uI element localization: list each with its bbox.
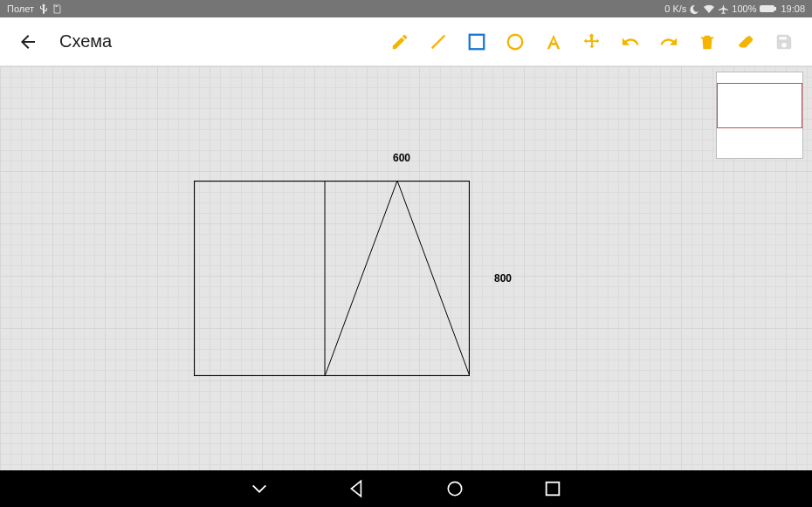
line-icon — [429, 32, 448, 51]
network-label: Полет — [7, 3, 34, 14]
rectangle-tool[interactable] — [459, 24, 494, 59]
svg-rect-8 — [547, 483, 560, 496]
delete-button[interactable] — [690, 24, 725, 59]
clock: 19:08 — [781, 3, 805, 14]
svg-rect-5 — [195, 182, 470, 376]
nav-menu-caret[interactable] — [250, 479, 269, 498]
airplane-icon — [719, 4, 728, 14]
moon-icon — [690, 4, 699, 14]
app-toolbar: Схема — [0, 17, 812, 66]
back-button[interactable] — [10, 24, 45, 59]
page-title: Схема — [59, 31, 379, 51]
dimension-width: 600 — [393, 152, 410, 164]
arrow-back-icon — [17, 31, 38, 52]
save-icon — [774, 32, 794, 51]
pencil-icon — [390, 32, 409, 51]
canvas[interactable]: 600 800 — [0, 66, 812, 470]
rectangle-icon — [467, 32, 486, 51]
svg-point-7 — [448, 482, 461, 495]
eraser-tool[interactable] — [728, 24, 763, 59]
nav-home[interactable] — [445, 479, 464, 498]
svg-rect-0 — [760, 5, 774, 12]
move-tool[interactable] — [575, 24, 609, 59]
circle-tool[interactable] — [498, 24, 533, 59]
trash-icon — [698, 32, 717, 51]
android-status-bar: Полет 0 K/s 100% 19:08 — [0, 0, 812, 17]
save-button[interactable] — [767, 24, 802, 59]
battery-icon — [760, 4, 777, 13]
status-left: Полет — [7, 3, 61, 14]
status-right: 0 K/s 100% 19:08 — [664, 3, 805, 14]
redo-button[interactable] — [651, 24, 686, 59]
usb-icon — [39, 3, 48, 14]
text-icon — [544, 32, 563, 51]
undo-button[interactable] — [613, 24, 648, 59]
android-nav-bar — [0, 470, 812, 507]
drawing-shapes — [194, 181, 470, 376]
pencil-tool[interactable] — [382, 24, 417, 59]
battery-percent: 100% — [732, 3, 756, 14]
nav-recent[interactable] — [543, 479, 562, 498]
move-icon — [582, 32, 602, 51]
undo-icon — [621, 32, 640, 51]
minimap[interactable] — [716, 72, 803, 159]
speed-indicator: 0 K/s — [664, 3, 686, 14]
minimap-viewport[interactable] — [717, 83, 802, 128]
eraser-icon — [736, 32, 755, 51]
nav-back[interactable] — [348, 479, 367, 498]
svg-rect-1 — [774, 7, 776, 10]
sd-icon — [53, 4, 61, 14]
wifi-icon — [703, 4, 715, 14]
redo-icon — [659, 32, 678, 51]
dimension-height: 800 — [494, 272, 512, 284]
svg-point-4 — [508, 34, 523, 49]
line-tool[interactable] — [421, 24, 456, 59]
svg-rect-3 — [470, 34, 485, 49]
circle-icon — [506, 32, 525, 51]
svg-line-2 — [432, 35, 445, 48]
text-tool[interactable] — [536, 24, 571, 59]
